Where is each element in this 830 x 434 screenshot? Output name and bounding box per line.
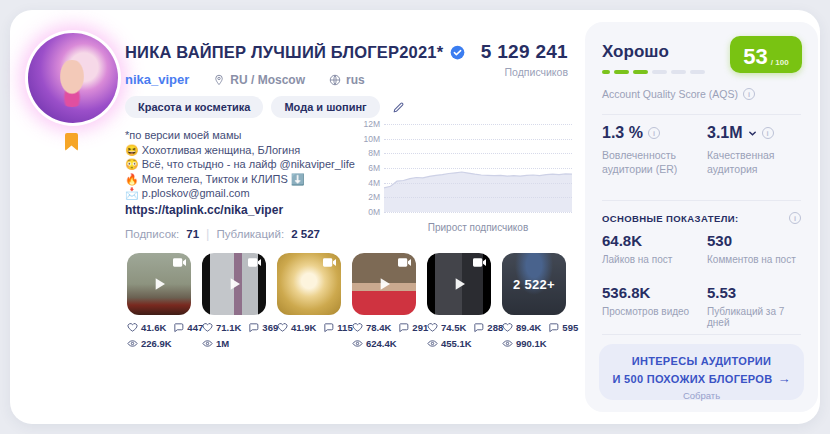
post-image[interactable]: 2 522+	[502, 253, 566, 315]
post-thumbnail[interactable]: 41.9K 115	[277, 253, 341, 349]
quality-audience-label: Качественная аудитория	[707, 148, 807, 176]
metric-posts-week: 5.53 Публикаций за 7 дней	[707, 284, 807, 328]
taplink-url[interactable]: https://taplink.cc/nika_viper	[125, 203, 283, 217]
post-views-row: 1M	[202, 338, 266, 349]
post-thumbnail[interactable]: 71.1K 369 1M	[202, 253, 266, 349]
bio-line: 🔥 Мои телега, Тикток и КЛИПS ⬇️	[125, 172, 355, 187]
post-stats: 41.6K 447	[127, 322, 191, 333]
video-icon	[473, 258, 486, 267]
comment-icon	[173, 322, 184, 333]
cta-line2: И 500 ПОХОЖИХ БЛОГЕРОВ	[613, 373, 773, 385]
post-image[interactable]	[427, 253, 491, 315]
views-count: 624.4K	[366, 338, 397, 349]
comment-icon	[548, 322, 559, 333]
comments-count: 291	[412, 322, 428, 333]
aqs-score-badge: 53 / 100	[730, 36, 802, 73]
following-label: Подписок:	[125, 228, 179, 240]
bookmark-icon[interactable]	[65, 133, 78, 151]
eye-icon	[202, 338, 213, 349]
key-metrics-header: ОСНОВНЫЕ ПОКАЗАТЕЛИ:	[602, 212, 801, 224]
posts-label: Публикаций:	[216, 228, 284, 240]
location-text: RU / Moscow	[230, 73, 305, 87]
eye-icon	[352, 338, 363, 349]
following-value: 71	[186, 228, 199, 240]
play-icon	[224, 274, 244, 294]
divider	[602, 334, 801, 335]
post-thumbnail[interactable]: 2 522+ 89.4K 595 990.1K	[502, 253, 566, 349]
likes-count: 89.4K	[516, 322, 541, 333]
cta-line1: ИНТЕРЕСЫ АУДИТОРИИ	[599, 354, 804, 369]
likes-count: 41.9K	[291, 322, 316, 333]
follower-growth-chart: 12M10M8M6M4M2M0M Прирост подписчиков	[352, 122, 578, 234]
comments-count: 595	[562, 322, 578, 333]
info-icon[interactable]	[789, 212, 801, 224]
post-image[interactable]	[127, 253, 191, 315]
post-image[interactable]	[202, 253, 266, 315]
info-icon[interactable]	[743, 88, 755, 100]
metric-value: 5.53	[707, 284, 807, 301]
edit-pencil-icon[interactable]	[392, 101, 405, 114]
profile-meta: nika_viper RU / Moscow rus	[125, 72, 365, 87]
divider	[602, 200, 801, 201]
post-thumbnail[interactable]: 41.6K 447 226.9K	[127, 253, 191, 349]
info-icon[interactable]	[648, 127, 660, 139]
aqs-rating: Хорошо	[602, 42, 669, 62]
key-metrics-title: ОСНОВНЫЕ ПОКАЗАТЕЛИ:	[602, 213, 739, 224]
er-label: Вовлеченность аудитории (ER)	[602, 148, 702, 176]
heart-icon	[352, 322, 363, 333]
heart-icon	[427, 322, 438, 333]
audience-interests-button[interactable]: ИНТЕРЕСЫ АУДИТОРИИ И 500 ПОХОЖИХ БЛОГЕРО…	[599, 344, 804, 400]
bio-line: 📩 p.ploskov@gmail.com	[125, 186, 355, 201]
post-stats: 74.5K 288	[427, 322, 491, 333]
eye-icon	[502, 338, 513, 349]
globe-icon	[329, 74, 341, 86]
play-icon	[374, 274, 394, 294]
post-image[interactable]	[277, 253, 341, 315]
chevron-down-icon[interactable]	[748, 129, 757, 138]
play-icon	[149, 274, 169, 294]
comments-count: 369	[262, 322, 278, 333]
er-stat: 1.3 % Вовлеченность аудитории (ER)	[602, 124, 702, 176]
cta-sub: Собрать	[599, 390, 804, 401]
post-thumbnail[interactable]: 78.4K 291 624.4K	[352, 253, 416, 349]
tag-beauty[interactable]: Красота и косметика	[125, 96, 263, 118]
comments-count: 288	[487, 322, 503, 333]
location-pin-icon	[213, 74, 225, 86]
post-stats: 71.1K 369	[202, 322, 266, 333]
aqs-panel: Хорошо 53 / 100 Account Quality Score (A…	[585, 22, 818, 412]
metric-value: 530	[707, 232, 807, 249]
likes-count: 41.6K	[141, 322, 166, 333]
username-link[interactable]: nika_viper	[125, 72, 189, 87]
aqs-label-row: Account Quality Score (AQS)	[602, 88, 755, 100]
likes-count: 78.4K	[366, 322, 391, 333]
comment-icon	[323, 322, 334, 333]
post-stats: 41.9K 115	[277, 322, 341, 333]
followers-block: 5 129 241 Подписчиков	[481, 41, 568, 78]
tag-fashion[interactable]: Мода и шопинг	[271, 96, 379, 118]
comments-count: 447	[187, 322, 203, 333]
divider: |	[206, 226, 209, 241]
aqs-label: Account Quality Score (AQS)	[602, 88, 738, 100]
aqs-score: 53	[743, 46, 767, 68]
post-views-row: 990.1K	[502, 338, 566, 349]
likes-count: 71.1K	[216, 322, 241, 333]
metric-video-views: 536.8K Просмотров видео	[602, 284, 702, 317]
avatar[interactable]	[28, 33, 118, 123]
post-views-row: 226.9K	[127, 338, 191, 349]
verified-badge-icon	[450, 45, 465, 60]
followers-label: Подписчиков	[481, 66, 568, 78]
recent-posts: 41.6K 447 226.9K 71.1K 369	[127, 253, 566, 349]
post-thumbnail[interactable]: 74.5K 288 455.1K	[427, 253, 491, 349]
comment-icon	[473, 322, 484, 333]
post-image[interactable]	[352, 253, 416, 315]
eye-icon	[427, 338, 438, 349]
metric-value: 536.8K	[602, 284, 702, 301]
views-count: 226.9K	[141, 338, 172, 349]
metric-comments: 530 Комментов на пост	[707, 232, 807, 265]
video-icon	[173, 258, 186, 267]
metric-label: Публикаций за 7 дней	[707, 306, 807, 328]
info-icon[interactable]	[762, 127, 774, 139]
heart-icon	[502, 322, 513, 333]
metric-label: Комментов на пост	[707, 254, 807, 265]
chart-caption: Прирост подписчиков	[384, 222, 572, 233]
